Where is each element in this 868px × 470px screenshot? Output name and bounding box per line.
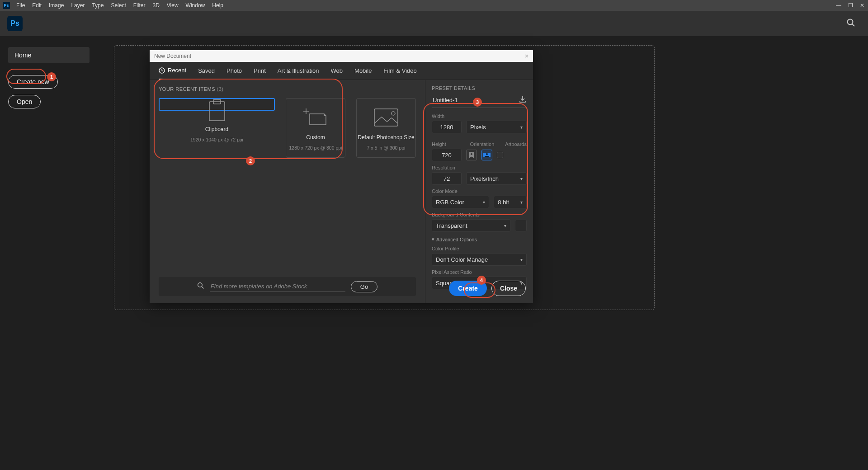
resolution-label: Resolution (432, 165, 527, 170)
menu-image[interactable]: Image (45, 2, 67, 9)
search-icon[interactable] (846, 18, 855, 29)
width-label: Width (432, 113, 527, 119)
menu-3d[interactable]: 3D (149, 2, 163, 9)
dialog-title-bar: New Document × (150, 50, 533, 62)
recent-items-header: YOUR RECENT ITEMS (3) (159, 86, 416, 92)
dialog-title: New Document (154, 53, 191, 59)
orientation-landscape[interactable] (481, 150, 492, 160)
new-document-dialog: New Document × Recent Saved Photo Print … (150, 50, 533, 303)
artboards-label: Artboards (505, 141, 527, 147)
details-header: PRESET DETAILS (432, 85, 527, 91)
image-icon (373, 105, 399, 130)
svg-point-0 (848, 19, 853, 25)
tab-recent-label: Recent (168, 67, 186, 74)
width-input[interactable] (432, 121, 462, 133)
tab-film[interactable]: Film & Video (383, 62, 416, 80)
preset-label: Default Photoshop Size (358, 134, 414, 141)
clock-icon (159, 67, 165, 74)
window-minimize-icon[interactable]: — (833, 2, 844, 9)
search-icon (197, 282, 204, 291)
preset-custom[interactable]: Custom 1280 x 720 px @ 300 ppi (286, 98, 345, 158)
preset-sub: 7 x 5 in @ 300 ppi (367, 145, 406, 150)
menu-edit[interactable]: Edit (28, 2, 45, 9)
menu-help[interactable]: Help (208, 2, 227, 9)
go-button[interactable]: Go (351, 281, 377, 292)
preset-sub: 868 x 470 px @ 72 ppi (190, 137, 243, 142)
svg-rect-3 (209, 102, 225, 121)
dialog-tabs: Recent Saved Photo Print Art & Illustrat… (150, 62, 533, 80)
color-profile-select[interactable]: Don't Color Manage▾ (432, 253, 527, 266)
svg-point-8 (392, 112, 395, 115)
resolution-input[interactable] (432, 172, 462, 185)
svg-rect-7 (374, 109, 398, 126)
height-input[interactable] (432, 149, 462, 161)
svg-line-10 (202, 287, 203, 288)
color-mode-label: Color Mode (432, 188, 527, 194)
close-button[interactable]: Close (491, 281, 526, 296)
menu-filter[interactable]: Filter (130, 2, 149, 9)
color-mode-select[interactable]: RGB Color▾ (432, 196, 489, 208)
tab-print[interactable]: Print (254, 62, 266, 80)
tab-web[interactable]: Web (331, 62, 343, 80)
document-name-input[interactable] (432, 96, 519, 104)
svg-point-9 (198, 283, 202, 287)
menu-bar: Ps File Edit Image Layer Type Select Fil… (0, 0, 868, 11)
close-icon[interactable]: × (525, 52, 528, 60)
resolution-unit-select[interactable]: Pixels/Inch▾ (466, 172, 527, 185)
preset-default-size[interactable]: Default Photoshop Size 7 x 5 in @ 300 pp… (356, 98, 416, 158)
tab-recent[interactable]: Recent (159, 62, 186, 80)
preset-clipboard[interactable]: Clipboard 868 x 470 px @ 72 ppi (159, 98, 275, 111)
create-new-button[interactable]: Create new (8, 75, 58, 89)
tab-mobile[interactable]: Mobile (354, 62, 372, 80)
menu-window[interactable]: Window (182, 2, 209, 9)
artboards-checkbox[interactable] (497, 152, 503, 158)
stock-search-bar: Find more templates on Adobe Stock Go (159, 277, 416, 296)
height-label: Height (432, 141, 461, 147)
menu-layer[interactable]: Layer (67, 2, 88, 9)
window-restore-icon[interactable]: ❐ (844, 2, 856, 9)
menu-file[interactable]: File (13, 2, 28, 9)
tab-saved[interactable]: Saved (198, 62, 215, 80)
tab-photo[interactable]: Photo (226, 62, 242, 80)
preset-label: Clipboard (205, 126, 228, 132)
nav-home[interactable]: Home (8, 47, 90, 63)
document-icon (303, 105, 328, 130)
photoshop-logo-icon: Ps (7, 16, 23, 31)
bg-contents-select[interactable]: Transparent▾ (432, 219, 510, 232)
left-nav: Home Create new Open (8, 47, 90, 115)
preset-sub: 1280 x 720 px @ 300 ppi (289, 145, 342, 150)
ps-mini-icon: Ps (3, 2, 10, 9)
save-preset-icon[interactable] (519, 95, 527, 105)
stock-search-input[interactable]: Find more templates on Adobe Stock (210, 281, 345, 292)
bg-color-swatch[interactable] (515, 220, 527, 231)
bg-contents-label: Background Contents (432, 212, 527, 217)
preset-details-panel: PRESET DETAILS Width Pixels▾ Height (425, 80, 533, 303)
presets-panel: YOUR RECENT ITEMS (3) Clipboard 1920 x 1… (150, 80, 425, 303)
bit-depth-select[interactable]: 8 bit▾ (494, 196, 527, 208)
pixel-aspect-label: Pixel Aspect Ratio (432, 269, 527, 275)
app-header: Ps (0, 11, 868, 36)
window-close-icon[interactable]: ✕ (856, 2, 868, 9)
preset-label: Custom (306, 134, 325, 141)
width-unit-select[interactable]: Pixels▾ (466, 121, 527, 133)
tab-art[interactable]: Art & Illustration (278, 62, 319, 80)
create-button[interactable]: Create (449, 281, 487, 296)
orientation-portrait[interactable] (466, 150, 477, 160)
orientation-label: Orientation (470, 141, 494, 147)
chevron-down-icon: ▾ (432, 236, 434, 242)
menu-view[interactable]: View (163, 2, 182, 9)
drop-zone: New Document × Recent Saved Photo Print … (114, 45, 655, 310)
clipboard-icon (208, 99, 226, 122)
advanced-options-toggle[interactable]: ▾ Advanced Options (432, 236, 527, 242)
open-button[interactable]: Open (8, 95, 41, 108)
color-profile-label: Color Profile (432, 246, 527, 251)
svg-point-12 (471, 153, 472, 155)
svg-line-1 (852, 24, 854, 26)
menu-type[interactable]: Type (88, 2, 107, 9)
svg-point-14 (486, 153, 488, 155)
menu-select[interactable]: Select (107, 2, 129, 9)
